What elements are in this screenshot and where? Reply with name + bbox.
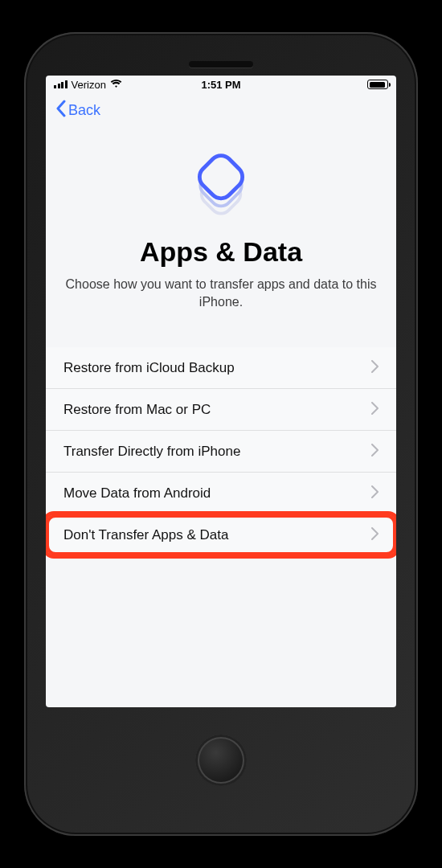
status-bar: Verizon 1:51 PM (46, 76, 396, 93)
chevron-right-icon (371, 442, 379, 461)
clock-label: 1:51 PM (166, 79, 277, 91)
chevron-left-icon (55, 100, 67, 121)
chevron-right-icon (371, 358, 379, 377)
battery-icon (367, 80, 388, 89)
home-button[interactable] (195, 735, 247, 786)
option-transfer-iphone[interactable]: Transfer Directly from iPhone (46, 431, 396, 473)
option-label: Transfer Directly from iPhone (63, 444, 240, 460)
page-subtitle: Choose how you want to transfer apps and… (46, 276, 396, 310)
phone-frame: Verizon 1:51 PM (24, 32, 418, 836)
status-right (276, 80, 388, 89)
page-title: Apps & Data (140, 236, 302, 268)
screen: Verizon 1:51 PM (46, 76, 396, 707)
apps-data-stack-icon (182, 141, 260, 222)
wifi-icon (110, 79, 122, 91)
option-label: Move Data from Android (63, 485, 211, 502)
back-label: Back (68, 102, 100, 119)
option-label: Don't Transfer Apps & Data (63, 527, 228, 543)
option-move-android[interactable]: Move Data from Android (46, 473, 396, 514)
signal-bars-icon (54, 80, 68, 88)
back-button[interactable]: Back (51, 96, 105, 125)
option-label: Restore from Mac or PC (63, 402, 211, 418)
option-restore-mac-pc[interactable]: Restore from Mac or PC (46, 389, 396, 431)
option-dont-transfer[interactable]: Don't Transfer Apps & Data (46, 514, 396, 555)
hero-section: Apps & Data Choose how you want to trans… (46, 127, 396, 320)
nav-bar: Back (46, 93, 396, 127)
options-list: Restore from iCloud Backup Restore from … (46, 347, 396, 555)
carrier-label: Verizon (72, 79, 106, 91)
chevron-right-icon (371, 484, 379, 502)
phone-speaker (189, 61, 253, 68)
chevron-right-icon (371, 526, 379, 544)
chevron-right-icon (371, 400, 379, 419)
status-left: Verizon (54, 79, 166, 91)
option-restore-icloud[interactable]: Restore from iCloud Backup (46, 347, 396, 389)
option-label: Restore from iCloud Backup (63, 360, 235, 376)
